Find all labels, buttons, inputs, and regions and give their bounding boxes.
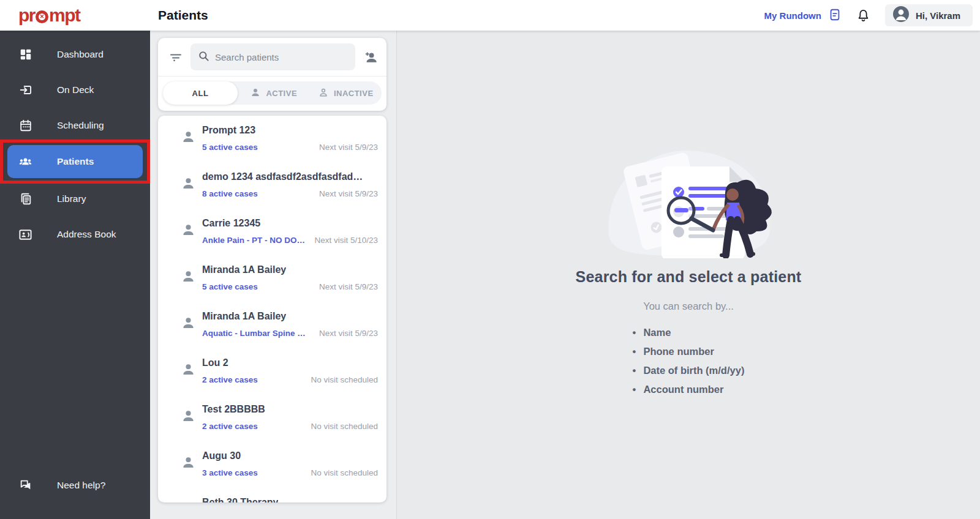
on-deck-icon bbox=[18, 83, 32, 97]
sidebar-item-library[interactable]: Library bbox=[0, 185, 150, 213]
search-by-item: Account number bbox=[633, 384, 745, 395]
sidebar-item-label: Address Book bbox=[57, 229, 116, 240]
patient-next-visit: No visit scheduled bbox=[311, 375, 378, 384]
library-icon bbox=[18, 192, 32, 206]
logo-o-mark: ✕ bbox=[36, 10, 48, 23]
sidebar-item-address-book[interactable]: Address Book bbox=[0, 220, 150, 248]
prompt-logo[interactable]: pr✕mpt bbox=[18, 6, 80, 24]
logo-area: pr✕mpt bbox=[0, 6, 150, 24]
patient-list-item[interactable]: demo 1234 asdfasdf2asdfasdfad… 8 active … bbox=[158, 162, 386, 209]
sidebar-item-on-deck[interactable]: On Deck bbox=[0, 76, 150, 104]
search-by-item: Name bbox=[633, 327, 745, 338]
sidebar-item-label: Library bbox=[57, 193, 86, 204]
patient-list-panel: ALL ACTIVE bbox=[150, 31, 397, 519]
patient-avatar-icon bbox=[180, 315, 197, 334]
page-title: Patients bbox=[158, 8, 208, 23]
patient-cases-link[interactable]: 3 active cases bbox=[202, 468, 258, 477]
patient-results-list: Prompt 123 5 active cases Next visit 5/9… bbox=[158, 116, 386, 502]
patient-avatar-icon bbox=[180, 268, 197, 287]
sidebar-item-patients[interactable]: Patients bbox=[7, 145, 143, 178]
patient-list-item[interactable]: Miranda 1A Bailey Aquatic - Lumbar Spine… bbox=[158, 302, 386, 348]
patient-cases-link[interactable]: 2 active cases bbox=[202, 422, 258, 431]
patient-next-visit: Next visit 5/9/23 bbox=[319, 329, 378, 338]
dashboard-icon bbox=[18, 48, 32, 62]
sidebar-item-scheduling[interactable]: Scheduling bbox=[0, 111, 150, 140]
sidebar-spacer bbox=[0, 256, 150, 471]
topbar-right: My Rundown bbox=[764, 4, 980, 26]
patient-filter-tabs: ALL ACTIVE bbox=[163, 81, 382, 105]
patient-cases-link[interactable]: 2 active cases bbox=[202, 375, 258, 384]
person-outline-icon bbox=[318, 87, 329, 100]
sidebar-item-label: Dashboard bbox=[57, 49, 104, 60]
person-filled-icon bbox=[250, 87, 261, 100]
my-rundown-link[interactable]: My Rundown bbox=[764, 8, 842, 23]
patient-list-item[interactable]: Prompt 123 5 active cases Next visit 5/9… bbox=[158, 116, 386, 162]
patient-list-item[interactable]: Carrie 12345 Ankle Pain - PT - NO DO… Ne… bbox=[158, 209, 386, 255]
patients-annotation-box: Patients bbox=[0, 140, 150, 184]
sidebar-nav: Dashboard On Deck bbox=[0, 31, 150, 519]
patient-next-visit: Next visit 5/9/23 bbox=[319, 282, 378, 291]
patient-name: demo 1234 asdfasdf2asdfasdfad… bbox=[202, 171, 363, 182]
patient-cases-link[interactable]: 8 active cases bbox=[202, 189, 258, 198]
patient-cases-link[interactable]: Aquatic - Lumbar Spine … bbox=[202, 329, 306, 338]
patient-cases-link[interactable]: Ankle Pain - PT - NO DO… bbox=[202, 236, 305, 245]
search-illustration bbox=[594, 138, 783, 261]
patient-next-visit: Next visit 5/10/23 bbox=[314, 236, 378, 245]
logo-text-right: mpt bbox=[49, 6, 80, 24]
patient-list-item[interactable]: Augu 30 3 active cases No visit schedule… bbox=[158, 441, 386, 488]
filter-button[interactable] bbox=[168, 50, 183, 64]
patient-next-visit: Next visit 5/9/23 bbox=[319, 189, 378, 198]
tab-all[interactable]: ALL bbox=[163, 81, 238, 105]
empty-state-heading: Search for and select a patient bbox=[576, 268, 802, 286]
search-by-list: Name Phone number Date of birth (m/d/yy)… bbox=[633, 327, 745, 403]
chat-icon bbox=[18, 479, 32, 493]
empty-state-subheading: You can search by... bbox=[643, 301, 734, 312]
patient-list-item[interactable]: Lou 2 2 active cases No visit scheduled bbox=[158, 348, 386, 395]
patient-avatar-icon bbox=[180, 222, 197, 241]
search-card-divider bbox=[158, 76, 386, 77]
patient-search-card: ALL ACTIVE bbox=[158, 38, 386, 111]
patient-avatar-icon bbox=[180, 454, 197, 473]
patient-search-box[interactable] bbox=[190, 43, 355, 70]
patient-avatar-icon bbox=[180, 501, 197, 502]
need-help-button[interactable]: Need help? bbox=[0, 471, 150, 499]
rundown-document-icon bbox=[828, 8, 842, 23]
patient-list-item[interactable]: Test 2BBBBB 2 active cases No visit sche… bbox=[158, 395, 386, 441]
tab-active[interactable]: ACTIVE bbox=[238, 81, 310, 105]
avatar bbox=[892, 6, 910, 25]
search-by-item: Date of birth (m/d/yy) bbox=[633, 365, 745, 376]
patient-avatar-icon bbox=[180, 361, 197, 380]
patient-name: Prompt 123 bbox=[202, 125, 255, 136]
sidebar-item-label: On Deck bbox=[57, 84, 94, 95]
patient-list-item[interactable]: Beth 30 Therapy bbox=[158, 488, 386, 502]
patients-icon bbox=[18, 155, 32, 169]
patient-next-visit: Next visit 5/9/23 bbox=[319, 143, 378, 152]
add-patient-button[interactable] bbox=[363, 50, 378, 65]
patient-avatar-icon bbox=[180, 129, 197, 147]
app-window: pr✕mpt Patients My Rundown bbox=[0, 0, 980, 519]
top-bar: pr✕mpt Patients My Rundown bbox=[0, 0, 980, 31]
calendar-icon bbox=[18, 119, 32, 133]
search-patients-input[interactable] bbox=[215, 52, 348, 62]
patient-next-visit: No visit scheduled bbox=[311, 422, 378, 431]
sidebar-item-label: Patients bbox=[57, 156, 94, 167]
sidebar-item-dashboard[interactable]: Dashboard bbox=[0, 40, 150, 69]
patient-list-item[interactable]: Miranda 1A Bailey 5 active cases Next vi… bbox=[158, 255, 386, 302]
patient-name: Beth 30 Therapy bbox=[202, 497, 278, 502]
notifications-bell-icon[interactable] bbox=[856, 9, 870, 23]
patient-cases-link[interactable]: 5 active cases bbox=[202, 282, 258, 291]
patient-cases-link[interactable]: 5 active cases bbox=[202, 143, 258, 152]
tab-inactive[interactable]: INACTIVE bbox=[310, 81, 382, 105]
patient-name: Augu 30 bbox=[202, 450, 241, 461]
address-book-icon bbox=[18, 228, 32, 242]
sidebar-item-label: Scheduling bbox=[57, 120, 104, 131]
user-menu[interactable]: Hi, Vikram bbox=[885, 4, 973, 26]
patient-avatar-icon bbox=[180, 408, 197, 427]
patient-name: Carrie 12345 bbox=[202, 218, 260, 229]
patient-name: Test 2BBBBB bbox=[202, 404, 265, 415]
patient-avatar-icon bbox=[180, 175, 197, 194]
greeting-text: Hi, Vikram bbox=[916, 10, 960, 21]
need-help-label: Need help? bbox=[57, 480, 105, 491]
search-icon bbox=[198, 50, 209, 64]
patient-name: Miranda 1A Bailey bbox=[202, 311, 286, 322]
